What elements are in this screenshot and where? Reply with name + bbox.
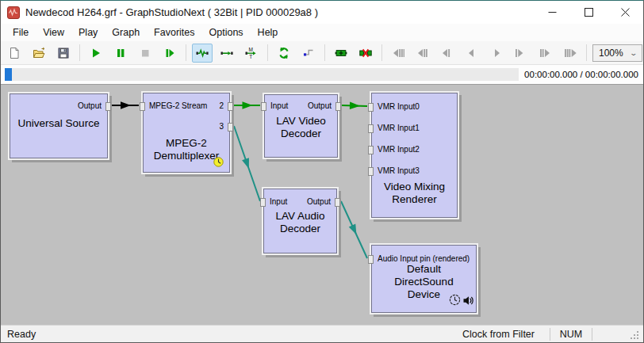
seek-backward-medium-button[interactable] [412, 44, 433, 63]
filter-default-directsound-device[interactable]: DefaultDirectSoundDeviceAudio Input pin … [371, 245, 477, 313]
pin-connector[interactable] [335, 198, 340, 207]
pin-connector[interactable] [368, 103, 374, 112]
save-file-button[interactable] [53, 44, 74, 63]
pin-label: 2 [219, 101, 224, 110]
pin-connector[interactable] [105, 102, 111, 111]
zoom-level-value: 100% [599, 48, 623, 59]
insert-filter-button[interactable] [331, 44, 351, 63]
seek-fwd-3-icon [564, 47, 577, 59]
pin-connector[interactable] [260, 198, 266, 207]
seek-forward-medium-button[interactable] [535, 44, 556, 63]
statusbar: Ready Clock from Filter NUM [1, 325, 643, 343]
minimize-button[interactable] [534, 1, 570, 24]
menu-view[interactable]: View [36, 25, 71, 40]
new-document-icon [8, 47, 21, 59]
pin-connector[interactable] [368, 146, 374, 154]
graph-canvas[interactable]: Universal SourceOutputMPEG-2Demultiplexe… [1, 84, 643, 325]
pin-label: VMR Input3 [378, 166, 420, 175]
refresh-graph-button[interactable] [274, 44, 294, 63]
stop-button[interactable] [135, 44, 155, 63]
pin-label: Input [270, 101, 288, 110]
titlebar[interactable]: Newdecod H264.grf - GraphStudioNext ( 32… [1, 1, 643, 24]
pin-connector[interactable] [335, 102, 341, 111]
maximize-button[interactable] [570, 1, 607, 24]
pin-connector[interactable] [368, 255, 374, 264]
play-button[interactable] [86, 44, 106, 63]
app-icon [7, 6, 20, 19]
connect-mediatype-icon: MT [245, 47, 258, 59]
toolbar-separator [267, 44, 268, 61]
chevron-down-icon: ⌄ [629, 49, 638, 57]
seek-fwd-2-icon [539, 47, 552, 59]
pin-connector[interactable] [140, 102, 145, 111]
remove-connection-button[interactable] [355, 44, 376, 63]
seek-forward-large-button[interactable] [560, 44, 581, 63]
seek-bar[interactable] [5, 68, 519, 81]
pin-label: MPEG-2 Stream [149, 101, 207, 110]
filter-universal-source[interactable]: Universal SourceOutput [10, 93, 108, 158]
pin-connector[interactable] [228, 102, 233, 111]
connection-arrowhead [121, 101, 131, 109]
stop-icon [139, 47, 151, 59]
minimize-icon [548, 8, 557, 17]
filter-name: Default [372, 263, 476, 276]
toolbar-separator [381, 44, 382, 61]
pin-label: VMR Input2 [378, 145, 420, 154]
filter-name: LAV Video [265, 115, 337, 128]
menu-file[interactable]: File [6, 25, 36, 40]
pause-button[interactable] [110, 44, 131, 63]
app-window: Newdecod H264.grf - GraphStudioNext ( 32… [0, 0, 644, 343]
save-floppy-icon [57, 47, 70, 59]
pin-connector[interactable] [368, 167, 374, 176]
insert-filter-icon [335, 47, 347, 59]
pin-connector[interactable] [368, 124, 374, 133]
step-forward-button[interactable] [486, 44, 507, 63]
status-separator [592, 328, 592, 341]
menu-options[interactable]: Options [202, 25, 251, 40]
frame-step-button[interactable] [159, 44, 180, 63]
zoom-level-select[interactable]: 100%⌄ [592, 44, 642, 62]
status-message: Ready [1, 329, 36, 340]
open-file-button[interactable] [29, 44, 49, 63]
filter-video-mixing-renderer[interactable]: Video MixingRendererVMR Input0VMR Input1… [371, 93, 458, 218]
signal-step-icon [302, 47, 315, 59]
menu-play[interactable]: Play [71, 25, 105, 40]
pin-label: Output [308, 101, 332, 110]
menu-help[interactable]: Help [251, 25, 286, 40]
seek-backward-small-button[interactable] [437, 44, 458, 63]
menu-favorites[interactable]: Favorites [147, 25, 201, 40]
filter-mpeg2-demultiplexer[interactable]: MPEG-2DemultiplexerMPEG-2 Stream23 [143, 93, 230, 173]
close-button[interactable] [607, 1, 643, 24]
direct-connect-mode-button[interactable] [217, 44, 237, 63]
connect-intelligent-icon [196, 47, 209, 59]
filter-name: LAV Audio [264, 210, 336, 223]
pin-connector[interactable] [228, 123, 233, 131]
step-backward-button[interactable] [462, 44, 482, 63]
seek-row: 00:00:00.000 / 00:00:00.000 [1, 65, 643, 84]
pin-connector[interactable] [261, 102, 266, 111]
seek-progress-fill [5, 68, 12, 81]
filter-name: Universal Source [10, 117, 107, 130]
menubar: FileViewPlayGraphFavoritesOptionsHelp [1, 24, 643, 41]
new-graph-button[interactable] [4, 44, 25, 63]
status-num-lock: NUM [550, 329, 592, 340]
toolbar-separator [324, 44, 325, 61]
graph-signal-button[interactable] [298, 44, 319, 63]
filter-lav-audio-decoder[interactable]: LAV AudioDecoderInputOutput [263, 189, 337, 253]
filter-lav-video-decoder[interactable]: LAV VideoDecoderInputOutput [264, 94, 338, 158]
pin-label: Input [270, 197, 287, 206]
maximize-icon [585, 8, 593, 17]
pin-label: VMR Input1 [378, 124, 420, 132]
seek-fwd-0-icon [490, 47, 503, 59]
speaker-icon [462, 295, 474, 307]
seek-forward-small-button[interactable] [511, 44, 531, 63]
toolbar: MT100%⌄ [1, 41, 643, 65]
pause-icon [114, 47, 127, 59]
intelligent-connect-mode-button[interactable] [192, 44, 213, 63]
pin-label: VMR Input0 [378, 102, 420, 111]
mediatype-connect-mode-button[interactable]: MT [241, 44, 262, 63]
resize-grip[interactable] [629, 330, 642, 342]
seek-backward-large-button[interactable] [388, 44, 408, 63]
menu-graph[interactable]: Graph [105, 25, 147, 40]
filter-name: Decoder [264, 223, 336, 235]
